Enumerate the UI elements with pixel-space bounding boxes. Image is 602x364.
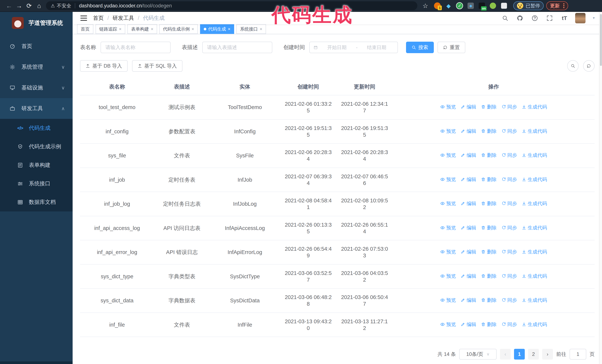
generate-code-link[interactable]: 生成代码 [522, 152, 547, 158]
import-sql-button[interactable]: 基于 SQL 导入 [132, 60, 183, 72]
edit-link[interactable]: 编辑 [461, 225, 476, 231]
sidebar-item-system[interactable]: 系统管理 ∨ [0, 57, 73, 77]
search-button[interactable]: 搜索 [406, 42, 434, 53]
tab-system-api[interactable]: 系统接口× [236, 24, 266, 34]
address-bar[interactable]: ⚠ 不安全 dashboard.yudao.iocoder.cn /tool/c… [46, 1, 417, 10]
edit-link[interactable]: 编辑 [461, 128, 476, 134]
github-icon[interactable] [516, 14, 524, 22]
edit-link[interactable]: 编辑 [461, 297, 476, 303]
table-desc-input[interactable] [202, 42, 272, 53]
sync-link[interactable]: 同步 [501, 322, 517, 328]
not-secure-label[interactable]: 不安全 [57, 3, 71, 9]
close-icon[interactable]: × [192, 27, 194, 31]
sidebar-item-home[interactable]: 首页 [0, 36, 73, 57]
browser-menu-kebab-icon[interactable] [563, 5, 564, 6]
extensions-puzzle-icon[interactable] [500, 2, 508, 10]
browser-back-icon[interactable]: ← [4, 1, 14, 11]
preview-link[interactable]: 预览 [440, 249, 456, 255]
table-name-input[interactable] [101, 42, 171, 53]
close-icon[interactable]: × [119, 27, 121, 31]
page-button-2[interactable]: 2 [528, 349, 539, 360]
edit-link[interactable]: 编辑 [461, 104, 476, 110]
sidebar-item-codegen[interactable]: </> 代码生成 [0, 119, 73, 137]
prev-page-button[interactable]: ‹ [500, 349, 511, 360]
breadcrumb-devtools[interactable]: 研发工具 [113, 14, 134, 22]
preview-link[interactable]: 预览 [440, 297, 456, 303]
logo-row[interactable]: 芋道管理系统 [0, 12, 73, 33]
date-range-picker[interactable]: 开始日期 - 结束日期 [309, 42, 398, 53]
preview-link[interactable]: 预览 [440, 225, 456, 231]
delete-link[interactable]: 删除 [481, 273, 497, 279]
preview-link[interactable]: 预览 [440, 128, 456, 134]
scrollbar-thumb[interactable] [600, 14, 602, 66]
delete-link[interactable]: 删除 [481, 152, 497, 158]
tab-codegen-example[interactable]: 代码生成示例× [159, 24, 198, 34]
refresh-table-button[interactable] [583, 60, 595, 72]
extension-droid-icon[interactable] [489, 2, 497, 10]
help-icon[interactable] [531, 14, 539, 22]
extension-grid-icon[interactable]: ◆ [467, 2, 475, 10]
generate-code-link[interactable]: 生成代码 [522, 273, 547, 279]
generate-code-link[interactable]: 生成代码 [522, 200, 547, 207]
sync-link[interactable]: 同步 [501, 177, 517, 183]
page-size-select[interactable]: 10条/页 ∨ [459, 349, 497, 360]
extension-gem-icon[interactable]: ◆ [444, 2, 452, 10]
generate-code-link[interactable]: 生成代码 [522, 249, 547, 255]
profile-paused-button[interactable]: 已暂停 [513, 1, 544, 10]
import-db-button[interactable]: 基于 DB 导入 [80, 60, 128, 72]
sidebar-item-devtools[interactable]: 研发工具 ∧ [0, 98, 73, 119]
sidebar-item-system-api[interactable]: 系统接口 [0, 174, 73, 193]
sidebar-item-form-builder[interactable]: 表单构建 [0, 156, 73, 174]
close-icon[interactable]: × [260, 27, 262, 31]
delete-link[interactable]: 删除 [481, 297, 497, 303]
generate-code-link[interactable]: 生成代码 [522, 322, 547, 328]
breadcrumb-home[interactable]: 首页 [93, 14, 104, 22]
preview-link[interactable]: 预览 [440, 152, 456, 158]
tab-tracing[interactable]: 链路追踪× [96, 24, 125, 34]
preview-link[interactable]: 预览 [440, 322, 456, 328]
hamburger-icon[interactable] [79, 14, 88, 22]
edit-link[interactable]: 编辑 [461, 322, 476, 328]
preview-link[interactable]: 预览 [440, 200, 456, 207]
font-size-icon[interactable]: tT [560, 14, 569, 22]
sync-link[interactable]: 同步 [501, 104, 517, 110]
extension-check-icon[interactable]: ✓ [455, 2, 464, 10]
extension-icon[interactable]: 1 [433, 2, 441, 10]
generate-code-link[interactable]: 生成代码 [522, 225, 547, 231]
generate-code-link[interactable]: 生成代码 [522, 177, 547, 183]
sync-link[interactable]: 同步 [501, 200, 517, 207]
delete-link[interactable]: 删除 [481, 177, 497, 183]
browser-reload-icon[interactable]: ⟳ [24, 1, 34, 11]
delete-link[interactable]: 删除 [481, 225, 497, 231]
delete-link[interactable]: 删除 [481, 128, 497, 134]
browser-home-icon[interactable]: ⌂ [34, 1, 44, 11]
sync-link[interactable]: 同步 [501, 297, 517, 303]
delete-link[interactable]: 删除 [481, 104, 497, 110]
sidebar-item-db-docs[interactable]: 数据库文档 [0, 193, 73, 211]
sidebar-item-codegen-example[interactable]: 代码生成示例 [0, 137, 73, 156]
edit-link[interactable]: 编辑 [461, 152, 476, 158]
browser-update-button[interactable]: 更新 [546, 1, 568, 10]
header-search-icon[interactable] [501, 14, 509, 22]
goto-page-input[interactable] [570, 349, 586, 360]
sync-link[interactable]: 同步 [501, 128, 517, 134]
extension-switch-icon[interactable]: on [478, 2, 486, 10]
preview-link[interactable]: 预览 [440, 104, 456, 110]
edit-link[interactable]: 编辑 [461, 249, 476, 255]
tab-home[interactable]: 首页 [77, 24, 93, 34]
page-scrollbar[interactable] [599, 12, 602, 364]
user-menu-caret-icon[interactable]: ▼ [592, 16, 595, 20]
tab-form-builder[interactable]: 表单构建× [128, 24, 157, 34]
sync-link[interactable]: 同步 [501, 225, 517, 231]
browser-forward-icon[interactable]: → [14, 1, 24, 11]
sync-link[interactable]: 同步 [501, 273, 517, 279]
generate-code-link[interactable]: 生成代码 [522, 104, 547, 110]
page-button-1[interactable]: 1 [514, 349, 525, 360]
delete-link[interactable]: 删除 [481, 322, 497, 328]
edit-link[interactable]: 编辑 [461, 177, 476, 183]
next-page-button[interactable]: › [542, 349, 553, 360]
reset-button[interactable]: 重置 [438, 42, 465, 53]
tab-codegen[interactable]: 代码生成× [200, 24, 234, 34]
preview-link[interactable]: 预览 [440, 273, 456, 279]
user-avatar[interactable] [575, 13, 586, 23]
